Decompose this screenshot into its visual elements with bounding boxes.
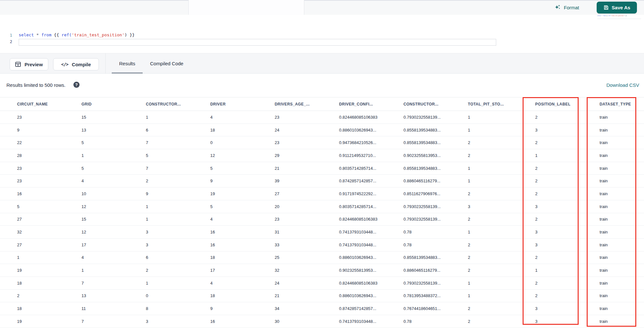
table-cell: 39	[275, 178, 339, 183]
table-cell: 27	[275, 191, 339, 196]
table-cell: 23	[17, 166, 81, 171]
table-cell: 24	[275, 128, 339, 132]
column-header: TOTAL_PIT_STO...	[468, 102, 532, 106]
format-button[interactable]: Format	[554, 3, 579, 12]
save-as-button[interactable]: Save As	[597, 2, 637, 14]
minimap-code: select * from {{ ref('train_test_positio…	[597, 15, 627, 16]
table-cell: 29	[275, 153, 339, 158]
table-cell: 30	[275, 319, 339, 324]
table-cell: 1	[532, 153, 597, 158]
ide-root: Format Save As 1 2 select * from {{ ref(…	[0, 0, 644, 328]
table-body: 231514230.8244680851063830.7930232558139…	[0, 111, 644, 328]
tab-results[interactable]: Results	[112, 53, 143, 74]
table-cell: 0.824468085106383	[339, 281, 403, 286]
table-row: 23575210.8035714285714...0.8558139534883…	[0, 162, 644, 175]
table-cell: 20	[275, 204, 339, 209]
table-cell: 9	[17, 128, 81, 132]
table-cell: 1	[468, 115, 532, 120]
table-cell: 32	[17, 230, 81, 234]
code-line-1[interactable]: select * from {{ ref('train_test_positio…	[19, 32, 135, 37]
table-cell: 4	[210, 217, 275, 222]
table-row: 213018210.8860103626943...0.781395348837…	[0, 290, 644, 303]
table-cell: 0.8558139534883...	[403, 128, 468, 132]
table-cell: 5	[146, 153, 210, 158]
table-row: 231514230.8244680851063830.7930232558139…	[0, 111, 644, 124]
column-header: DRIVER_CONFI...	[339, 102, 403, 106]
table-cell: 3	[532, 204, 597, 209]
table-cell: 9	[210, 178, 275, 183]
table-cell: 0	[210, 140, 275, 145]
preview-button[interactable]: Preview	[10, 58, 48, 70]
table-cell: 15	[81, 217, 146, 222]
table-row: 3212316310.7413793103448...0.7813train	[0, 226, 644, 239]
table-cell: 3	[468, 204, 532, 209]
table-cell: 16	[210, 242, 275, 247]
table-cell: train	[597, 255, 644, 260]
compile-button[interactable]: </> Compile	[53, 58, 99, 70]
table-cell: 2	[468, 255, 532, 260]
table-cell: 0.8035714285714...	[339, 204, 403, 209]
table-cell: 0.78	[403, 319, 468, 324]
table-cell: 2	[468, 217, 532, 222]
sparkle-icon	[554, 4, 561, 11]
table-cell: 1	[146, 217, 210, 222]
table-cell: 21	[275, 166, 339, 171]
table-cell: 2	[532, 140, 597, 145]
table-cell: 19	[17, 319, 81, 324]
table-cell: 17	[81, 242, 146, 247]
table-cell: 6	[146, 255, 210, 260]
table-cell: 32	[275, 268, 339, 273]
table-header-row: CIRCUIT_NAMEGRIDCONSTRUCTOR...DRIVERDRIV…	[0, 97, 644, 111]
table-cell: 4	[81, 178, 146, 183]
table-row: 197316300.7413793103448...0.7823train	[0, 315, 644, 328]
table-cell: train	[597, 217, 644, 222]
table-cell: 5	[81, 140, 146, 145]
table-cell: 18	[17, 281, 81, 286]
table-cell: 3	[532, 319, 597, 324]
table-cell: 18	[210, 255, 275, 260]
table-cell: 2	[146, 268, 210, 273]
results-toolbar: Preview </> Compile Results Compiled Cod…	[0, 53, 644, 74]
table-cell: 23	[275, 115, 339, 120]
table-cell: 1	[468, 293, 532, 298]
table-cell: 0.8558139534883...	[403, 255, 468, 260]
table-cell: 17	[210, 268, 275, 273]
table-cell: 1	[468, 166, 532, 171]
tab-compiled-code[interactable]: Compiled Code	[143, 53, 191, 74]
cursor-line-box[interactable]	[19, 39, 496, 46]
table-cell: 1	[146, 115, 210, 120]
table-cell: 1	[468, 230, 532, 234]
table-cell: 0.7930232558139...	[403, 115, 468, 120]
table-cell: 1	[468, 281, 532, 286]
download-csv-link[interactable]: Download CSV	[606, 82, 639, 88]
editor-minimap[interactable]: select * from {{ ref('train_test_positio…	[597, 15, 641, 19]
table-cell: 23	[275, 140, 339, 145]
table-row: 913618240.8860103626943...0.855813953488…	[0, 124, 644, 137]
table-cell: 21	[275, 293, 339, 298]
compile-label: Compile	[72, 62, 91, 67]
top-header-band: Format Save As	[0, 0, 644, 15]
code-brackets-icon: </>	[61, 62, 68, 67]
table-header: CIRCUIT_NAMEGRIDCONSTRUCTOR...DRIVERDRIV…	[0, 97, 644, 111]
table-cell: 0.8558139534883...	[403, 140, 468, 145]
table-cell: 18	[210, 293, 275, 298]
table-cell: 7	[146, 166, 210, 171]
table-row: 18714240.8244680851063830.7930232558139.…	[0, 277, 644, 290]
table-cell: 0.7813953488372...	[403, 293, 468, 298]
active-file-tab[interactable]	[188, 0, 304, 15]
table-cell: 3	[532, 128, 597, 132]
table-cell: 2	[468, 268, 532, 273]
table-cell: 0.7413793103448...	[339, 230, 403, 234]
table-cell: 1	[468, 178, 532, 183]
column-header: DATASET_TYPE	[597, 102, 644, 106]
table-cell: 28	[17, 153, 81, 158]
help-icon[interactable]: ?	[73, 82, 80, 88]
column-header: CONSTRUCTOR...	[403, 102, 468, 106]
column-header: GRID	[81, 102, 146, 106]
table-row: 14618250.8860103626943...0.8558139534883…	[0, 251, 644, 264]
line-number-1: 1	[4, 33, 12, 38]
sql-editor[interactable]: 1 2 select * from {{ ref('train_test_pos…	[0, 15, 644, 53]
table-cell: 0.7930232558139...	[403, 217, 468, 222]
table-cell: 0.7674418604651...	[403, 306, 468, 311]
table-cell: train	[597, 153, 644, 158]
